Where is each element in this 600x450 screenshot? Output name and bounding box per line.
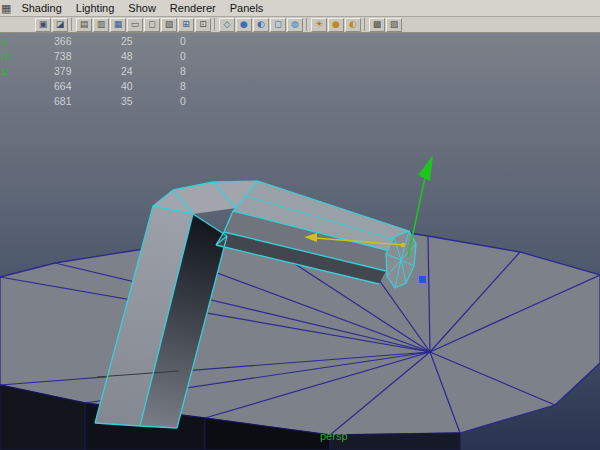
hud-value: 738 xyxy=(54,50,72,62)
hud-value: 0 xyxy=(180,50,186,62)
hud-value: 25 xyxy=(121,35,133,47)
hud-value: 0 xyxy=(180,95,186,107)
menu-shading[interactable]: Shading xyxy=(14,1,68,15)
bookmarks-icon[interactable]: ▤ xyxy=(76,18,92,32)
wireframe-icon[interactable]: ◇ xyxy=(219,18,235,32)
hud-value: 379 xyxy=(54,65,72,77)
grid-icon[interactable]: ▦ xyxy=(110,18,126,32)
menu-show[interactable]: Show xyxy=(121,1,163,15)
panel-menubar: ▦ Shading Lighting Show Renderer Panels xyxy=(0,0,600,17)
safe-action-icon[interactable]: ⊡ xyxy=(195,18,211,32)
field-chart-icon[interactable]: ⊞ xyxy=(178,18,194,32)
hud-value: 35 xyxy=(121,95,133,107)
select-camera-icon[interactable]: ▣ xyxy=(35,18,51,32)
hud-label: s: xyxy=(1,35,9,47)
hud-label: s: xyxy=(1,65,9,77)
menu-renderer[interactable]: Renderer xyxy=(163,1,223,15)
camera-name-label: persp xyxy=(320,430,348,442)
image-plane-icon[interactable]: ▥ xyxy=(93,18,109,32)
hud-value: 681 xyxy=(54,95,72,107)
hud-label: rs: xyxy=(1,50,13,62)
menu-lighting[interactable]: Lighting xyxy=(69,1,122,15)
hud-value: 48 xyxy=(121,50,133,62)
hud-value: 0 xyxy=(180,35,186,47)
manipulator-center[interactable] xyxy=(401,243,406,248)
flat-shade-icon[interactable]: ◐ xyxy=(253,18,269,32)
bounding-box-icon[interactable]: ◻ xyxy=(270,18,286,32)
default-lighting-icon[interactable]: ☀ xyxy=(311,18,327,32)
xray-icon[interactable]: ▨ xyxy=(386,18,402,32)
hud-value: 24 xyxy=(121,65,133,77)
camera-attributes-icon[interactable]: ◪ xyxy=(52,18,68,32)
toolbar-separator xyxy=(306,18,307,31)
z-axis-handle[interactable] xyxy=(419,276,426,283)
menu-panels[interactable]: Panels xyxy=(223,1,271,15)
perspective-viewport[interactable]: s: 366 25 0 rs: 738 48 0 s: 379 24 8 664… xyxy=(0,33,600,450)
toolbar-separator xyxy=(214,18,215,31)
resolution-gate-icon[interactable]: ◻ xyxy=(144,18,160,32)
isolate-select-icon[interactable]: ▩ xyxy=(369,18,385,32)
gate-mask-icon[interactable]: ▧ xyxy=(161,18,177,32)
all-lights-icon[interactable]: ● xyxy=(328,18,344,32)
film-gate-icon[interactable]: ▭ xyxy=(127,18,143,32)
hud-value: 8 xyxy=(180,65,186,77)
textured-lights-icon[interactable]: ◐ xyxy=(345,18,361,32)
hud-value: 8 xyxy=(180,80,186,92)
maya-panel-window: ▦ Shading Lighting Show Renderer Panels … xyxy=(0,0,600,450)
hud-value: 40 xyxy=(121,80,133,92)
toolbar-separator xyxy=(364,18,365,31)
toolbar-separator xyxy=(71,18,72,31)
y-axis-arrowhead[interactable] xyxy=(418,155,433,181)
hud-value: 366 xyxy=(54,35,72,47)
textured-shade-icon[interactable]: ◍ xyxy=(287,18,303,32)
scene-3d[interactable] xyxy=(0,33,600,450)
hud-value: 664 xyxy=(54,80,72,92)
panel-toolbar: ▣ ◪ ▤ ▥ ▦ ▭ ◻ ▧ ⊞ ⊡ ◇ ● ◐ ◻ ◍ ☀ ● ◐ ▩ ▨ xyxy=(0,17,600,33)
smooth-shade-icon[interactable]: ● xyxy=(236,18,252,32)
panel-layout-icon[interactable]: ▦ xyxy=(1,3,11,14)
